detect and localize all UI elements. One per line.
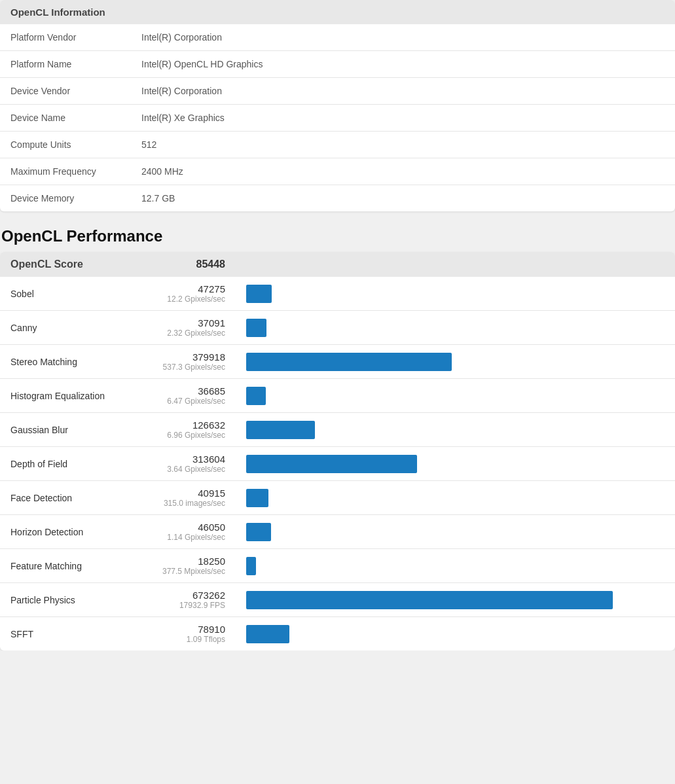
perf-bar-cell	[236, 277, 675, 311]
info-label: Device Vendor	[0, 78, 131, 105]
info-row: Device Memory 12.7 GB	[0, 185, 675, 212]
score-bar-cell	[236, 252, 675, 277]
perf-row: Sobel 47275 12.2 Gpixels/sec	[0, 277, 675, 311]
perf-bar	[246, 489, 268, 507]
perf-sub: 6.96 Gpixels/sec	[141, 431, 225, 440]
perf-value: 126632	[141, 419, 225, 431]
perf-sub: 377.5 Mpixels/sec	[141, 567, 225, 576]
perf-value: 18250	[141, 556, 225, 567]
info-value: 512	[131, 132, 675, 158]
info-value: Intel(R) Corporation	[131, 78, 675, 105]
info-row: Device Vendor Intel(R) Corporation	[0, 78, 675, 105]
perf-label: Sobel	[0, 277, 131, 311]
perf-value-cell: 126632 6.96 Gpixels/sec	[131, 413, 236, 447]
perf-sub: 315.0 images/sec	[141, 499, 225, 508]
performance-section: OpenCL Performance OpenCL Score 85448 So…	[0, 227, 675, 650]
perf-row: Particle Physics 673262 17932.9 FPS	[0, 583, 675, 617]
perf-value-cell: 36685 6.47 Gpixels/sec	[131, 379, 236, 413]
perf-label: Face Detection	[0, 481, 131, 515]
perf-label: Horizon Detection	[0, 515, 131, 549]
perf-row: Horizon Detection 46050 1.14 Gpixels/sec	[0, 515, 675, 549]
perf-label: Depth of Field	[0, 447, 131, 481]
perf-bar-cell	[236, 549, 675, 583]
perf-sub: 17932.9 FPS	[141, 601, 225, 610]
bar-container	[246, 489, 665, 507]
perf-bar-cell	[236, 481, 675, 515]
info-row: Platform Name Intel(R) OpenCL HD Graphic…	[0, 51, 675, 78]
bar-container	[246, 353, 665, 371]
opencl-score-row: OpenCL Score 85448	[0, 252, 675, 277]
perf-value-cell: 46050 1.14 Gpixels/sec	[131, 515, 236, 549]
info-label: Platform Vendor	[0, 24, 131, 51]
perf-row: Canny 37091 2.32 Gpixels/sec	[0, 311, 675, 345]
perf-value-cell: 18250 377.5 Mpixels/sec	[131, 549, 236, 583]
perf-row: SFFT 78910 1.09 Tflops	[0, 617, 675, 651]
perf-row: Depth of Field 313604 3.64 Gpixels/sec	[0, 447, 675, 481]
perf-label: Gaussian Blur	[0, 413, 131, 447]
perf-bar-cell	[236, 447, 675, 481]
info-label: Device Name	[0, 105, 131, 132]
perf-row: Feature Matching 18250 377.5 Mpixels/sec	[0, 549, 675, 583]
perf-bar-cell	[236, 413, 675, 447]
perf-row: Face Detection 40915 315.0 images/sec	[0, 481, 675, 515]
bar-container	[246, 455, 665, 473]
perf-value: 379918	[141, 351, 225, 363]
bar-container	[246, 591, 665, 609]
bar-container	[246, 557, 665, 575]
perf-bar	[246, 353, 452, 371]
info-value: 12.7 GB	[131, 185, 675, 212]
perf-bar	[246, 557, 256, 575]
perf-bar	[246, 421, 315, 439]
bar-container	[246, 319, 665, 337]
perf-value: 78910	[141, 624, 225, 635]
info-row: Compute Units 512	[0, 132, 675, 158]
perf-bar	[246, 387, 266, 405]
perf-value-cell: 379918 537.3 Gpixels/sec	[131, 345, 236, 379]
perf-bar	[246, 285, 272, 303]
info-value: 2400 MHz	[131, 158, 675, 185]
perf-label: Canny	[0, 311, 131, 345]
score-label: OpenCL Score	[10, 258, 83, 270]
performance-table: OpenCL Score 85448 Sobel 47275 12.2 Gpix…	[0, 252, 675, 650]
perf-value-cell: 37091 2.32 Gpixels/sec	[131, 311, 236, 345]
perf-value: 36685	[141, 385, 225, 397]
info-row: Maximum Frequency 2400 MHz	[0, 158, 675, 185]
perf-bar-cell	[236, 515, 675, 549]
perf-bar	[246, 625, 289, 643]
perf-label: Stereo Matching	[0, 345, 131, 379]
perf-bar	[246, 319, 266, 337]
perf-value: 37091	[141, 317, 225, 329]
perf-bar-cell	[236, 379, 675, 413]
perf-value-cell: 78910 1.09 Tflops	[131, 617, 236, 651]
perf-value-cell: 313604 3.64 Gpixels/sec	[131, 447, 236, 481]
perf-value: 673262	[141, 590, 225, 601]
perf-value: 47275	[141, 283, 225, 294]
perf-sub: 2.32 Gpixels/sec	[141, 329, 225, 338]
bar-container	[246, 421, 665, 439]
info-value: Intel(R) Xe Graphics	[131, 105, 675, 132]
perf-bar-cell	[236, 617, 675, 651]
info-label: Platform Name	[0, 51, 131, 78]
perf-sub: 12.2 Gpixels/sec	[141, 294, 225, 304]
perf-value-cell: 673262 17932.9 FPS	[131, 583, 236, 617]
info-value: Intel(R) Corporation	[131, 24, 675, 51]
info-label: Compute Units	[0, 132, 131, 158]
perf-bar	[246, 523, 271, 541]
info-label: Maximum Frequency	[0, 158, 131, 185]
perf-sub: 3.64 Gpixels/sec	[141, 465, 225, 474]
info-value: Intel(R) OpenCL HD Graphics	[131, 51, 675, 78]
perf-value: 313604	[141, 454, 225, 465]
perf-bar-cell	[236, 345, 675, 379]
perf-bar	[246, 591, 613, 609]
info-row: Device Name Intel(R) Xe Graphics	[0, 105, 675, 132]
perf-row: Histogram Equalization 36685 6.47 Gpixel…	[0, 379, 675, 413]
perf-label: Particle Physics	[0, 583, 131, 617]
perf-label: Feature Matching	[0, 549, 131, 583]
perf-value: 40915	[141, 488, 225, 499]
perf-value-cell: 40915 315.0 images/sec	[131, 481, 236, 515]
info-label: Device Memory	[0, 185, 131, 212]
bar-container	[246, 285, 665, 303]
perf-sub: 1.09 Tflops	[141, 635, 225, 644]
score-value: 85448	[196, 258, 226, 270]
perf-label: SFFT	[0, 617, 131, 651]
